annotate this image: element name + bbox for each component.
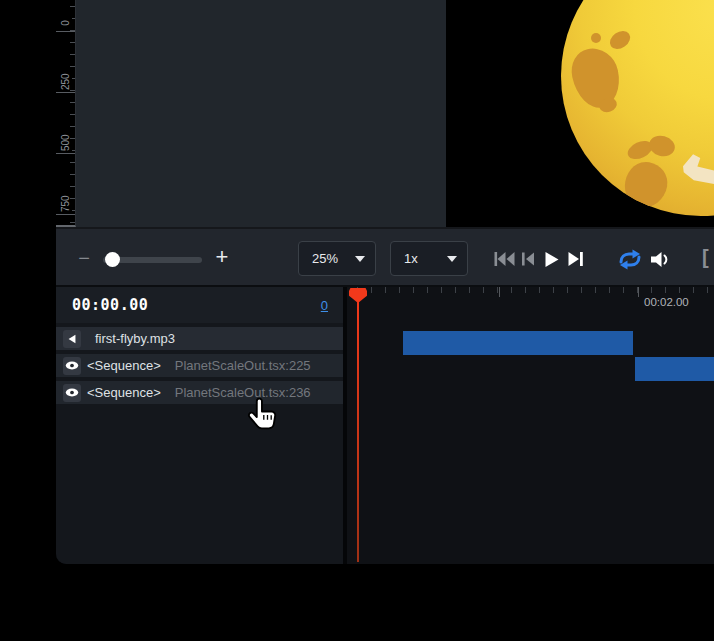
vertical-ruler: 0 250 500 750 <box>56 0 76 227</box>
eye-icon <box>65 360 79 371</box>
timeline-clip-audio[interactable] <box>403 331 633 355</box>
loop-toggle-button[interactable] <box>616 248 644 271</box>
canvas-outside-area <box>76 0 446 227</box>
jump-to-start-button[interactable] <box>494 251 515 267</box>
preview-canvas: 0 250 500 750 <box>56 0 714 227</box>
loop-icon <box>616 248 644 271</box>
hand-cursor-icon <box>247 397 279 434</box>
track-source: PlanetScaleOut.tsx:225 <box>175 358 311 373</box>
timeline-tracks-area[interactable]: 00:02.00 <box>347 287 714 564</box>
skip-to-end-icon <box>567 251 584 267</box>
ruler-ticks <box>70 6 75 225</box>
planet-decoration <box>683 150 714 186</box>
track-label: <Sequence> <box>87 358 161 373</box>
playhead-handle[interactable] <box>349 288 367 303</box>
crater <box>647 133 677 159</box>
timeline-header: 00:00.00 0 <box>56 287 343 323</box>
timeline-ruler-ticks[interactable] <box>357 287 714 293</box>
track-row-sequence-1[interactable]: <Sequence> PlanetScaleOut.tsx:225 <box>56 354 343 377</box>
timeline-major-tick <box>638 287 639 297</box>
play-icon <box>543 251 560 268</box>
jump-to-end-button[interactable] <box>567 251 584 267</box>
visibility-toggle[interactable] <box>63 357 81 375</box>
ruler-major-line <box>56 214 75 215</box>
volume-icon <box>649 250 671 269</box>
ruler-major-line <box>56 31 75 32</box>
speaker-icon <box>66 333 78 345</box>
track-list: 00:00.00 0 first-flyby.mp3 <box>56 287 343 564</box>
ruler-major-line <box>56 153 75 154</box>
track-label: first-flyby.mp3 <box>95 331 175 346</box>
ruler-label-750: 750 <box>60 200 72 212</box>
zoom-out-button[interactable]: − <box>72 247 96 271</box>
volume-button[interactable] <box>649 250 671 269</box>
timeline-ruler-label: 00:02.00 <box>644 296 689 308</box>
crater <box>591 33 601 43</box>
track-label: <Sequence> <box>87 385 161 400</box>
timeline-clip-sequence[interactable] <box>635 357 714 381</box>
visibility-toggle[interactable] <box>63 384 81 402</box>
slider-knob[interactable] <box>105 252 120 267</box>
crater <box>621 159 670 212</box>
audio-mute-button[interactable] <box>63 330 81 348</box>
canvas-zoom-dropdown[interactable]: 25% <box>298 241 376 276</box>
canvas-zoom-value: 25% <box>312 251 338 266</box>
play-button[interactable] <box>543 251 560 268</box>
ruler-label-500: 500 <box>60 139 72 151</box>
playback-rate-dropdown[interactable]: 1x <box>390 241 468 276</box>
track-row-audio[interactable]: first-flyby.mp3 <box>56 327 343 350</box>
playback-toolbar: − + 25% 1x <box>56 227 714 285</box>
chevron-down-icon <box>355 256 365 262</box>
crater <box>606 27 633 53</box>
current-timecode: 00:00.00 <box>72 296 148 314</box>
zoom-in-button[interactable]: + <box>210 245 234 269</box>
ruler-major-line <box>56 92 75 93</box>
previous-frame-button[interactable] <box>521 251 535 267</box>
track-source: PlanetScaleOut.tsx:236 <box>175 385 311 400</box>
timeline-panel: 00:00.00 0 first-flyby.mp3 <box>56 285 714 564</box>
in-point-button[interactable]: [ <box>702 246 709 269</box>
planet-illustration <box>561 0 714 216</box>
eye-icon <box>65 387 79 398</box>
playhead-line <box>357 300 359 562</box>
studio-window: 0 250 500 750 − + 25% <box>56 0 714 564</box>
track-row-sequence-2[interactable]: <Sequence> PlanetScaleOut.tsx:236 <box>56 381 343 404</box>
timeline-major-tick <box>499 287 500 297</box>
video-frame <box>446 0 714 227</box>
ruler-label-0: 0 <box>60 17 72 29</box>
current-frame-link[interactable]: 0 <box>321 298 328 313</box>
skip-to-start-icon <box>494 251 515 267</box>
ruler-label-250: 250 <box>60 78 72 90</box>
playback-rate-value: 1x <box>404 251 418 266</box>
chevron-down-icon <box>447 256 457 262</box>
previous-frame-icon <box>521 251 535 267</box>
